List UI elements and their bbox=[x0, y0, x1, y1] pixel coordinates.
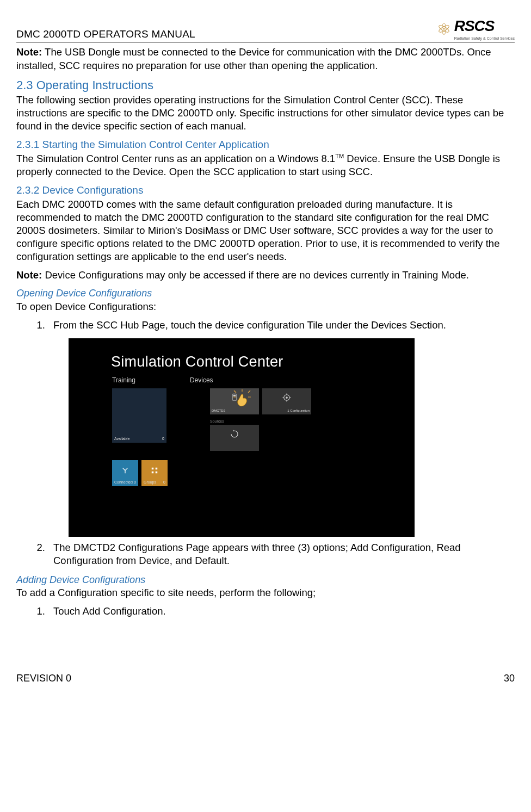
page-number: 30 bbox=[504, 672, 515, 685]
embedded-screenshot-wrap: Simulation Control Center Training Devic… bbox=[16, 338, 515, 537]
scc-hub-screenshot: Simulation Control Center Training Devic… bbox=[69, 338, 415, 537]
document-title: DMC 2000TD OPERATORS MANUAL bbox=[16, 28, 195, 41]
paragraph-adding-device-config: To add a Configuration specific to site … bbox=[16, 586, 515, 599]
device-dmctd2-tile[interactable]: DMCTD2 bbox=[210, 388, 259, 414]
paragraph-2-3: The following section provides operating… bbox=[16, 94, 515, 133]
tile-label: Available bbox=[114, 436, 129, 441]
heading-2-3: 2.3 Operating Instructions bbox=[16, 78, 515, 94]
tile-count: 0 bbox=[162, 436, 164, 441]
open-config-steps-list: From the SCC Hub Page, touch the device … bbox=[16, 319, 515, 332]
config-count: 1 Configuration bbox=[287, 409, 310, 413]
heading-adding-device-config: Adding Device Configurations bbox=[16, 574, 515, 586]
trademark-sup: TM bbox=[335, 153, 344, 159]
note-paragraph-1: Note: The USB Dongle must be connected t… bbox=[16, 46, 515, 72]
atom-icon bbox=[436, 21, 452, 37]
svg-rect-6 bbox=[152, 471, 154, 473]
svg-point-11 bbox=[286, 396, 288, 399]
gear-icon bbox=[282, 393, 292, 406]
training-groups-tile[interactable]: Groups 0 bbox=[141, 460, 168, 486]
tile-label: Groups bbox=[144, 480, 156, 485]
device-config-tile[interactable]: 1 Configuration bbox=[262, 388, 311, 414]
note-text: Device Configurations may only be access… bbox=[42, 269, 469, 281]
note-paragraph-2: Note: Device Configurations may only be … bbox=[16, 269, 515, 282]
page-header: DMC 2000TD OPERATORS MANUAL RSCS Radiati… bbox=[16, 16, 515, 42]
revision-text: REVISION 0 bbox=[16, 672, 71, 685]
refresh-icon bbox=[230, 429, 239, 442]
open-config-steps-list-cont: The DMCTD2 Configurations Page appears w… bbox=[16, 541, 515, 567]
paragraph-2-3-1: The Simulation Control Center runs as an… bbox=[16, 152, 515, 178]
app-title: Simulation Control Center bbox=[111, 352, 283, 371]
svg-rect-5 bbox=[156, 467, 158, 469]
logo-text: RSCS bbox=[454, 16, 515, 36]
note-label: Note: bbox=[16, 269, 42, 281]
rscs-logo: RSCS Radiation Safety & Control Services bbox=[436, 16, 515, 41]
note-text: The USB Dongle must be connected to the … bbox=[16, 46, 491, 71]
training-available-tile[interactable]: Available 0 bbox=[112, 388, 166, 443]
device-name: DMCTD2 bbox=[212, 409, 225, 413]
tile-count: 0 bbox=[134, 480, 136, 485]
section-devices-label: Devices bbox=[190, 376, 213, 385]
heading-open-device-config: Opening Device Configurations bbox=[16, 287, 515, 300]
tile-count: 0 bbox=[163, 480, 165, 485]
device-icon bbox=[230, 393, 239, 406]
section-training-label: Training bbox=[112, 376, 135, 385]
list-item: From the SCC Hub Page, touch the device … bbox=[48, 319, 515, 332]
page-footer: REVISION 0 30 bbox=[16, 672, 515, 685]
add-config-steps-list: Touch Add Configuration. bbox=[16, 605, 515, 618]
heading-2-3-2: 2.3.2 Device Configurations bbox=[16, 184, 515, 197]
heading-2-3-1: 2.3.1 Starting the Simulation Control Ce… bbox=[16, 138, 515, 152]
paragraph-2-3-2: Each DMC 2000TD comes with the same defa… bbox=[16, 198, 515, 263]
svg-rect-4 bbox=[152, 467, 154, 469]
svg-point-3 bbox=[443, 28, 444, 29]
grid-icon bbox=[141, 460, 168, 476]
svg-rect-9 bbox=[233, 394, 236, 396]
training-connected-tile[interactable]: Connected 0 bbox=[112, 460, 138, 486]
antenna-icon bbox=[112, 460, 138, 476]
note-label: Note: bbox=[16, 46, 42, 58]
source-tile[interactable] bbox=[210, 425, 259, 451]
logo-subtext: Radiation Safety & Control Services bbox=[454, 36, 515, 41]
svg-rect-7 bbox=[156, 471, 158, 473]
sources-label: Sources bbox=[210, 419, 259, 424]
paragraph-open-device-config: To open Device Configurations: bbox=[16, 300, 515, 313]
list-item: The DMCTD2 Configurations Page appears w… bbox=[48, 541, 515, 567]
list-item: Touch Add Configuration. bbox=[48, 605, 515, 618]
tile-label: Connected bbox=[114, 480, 133, 485]
